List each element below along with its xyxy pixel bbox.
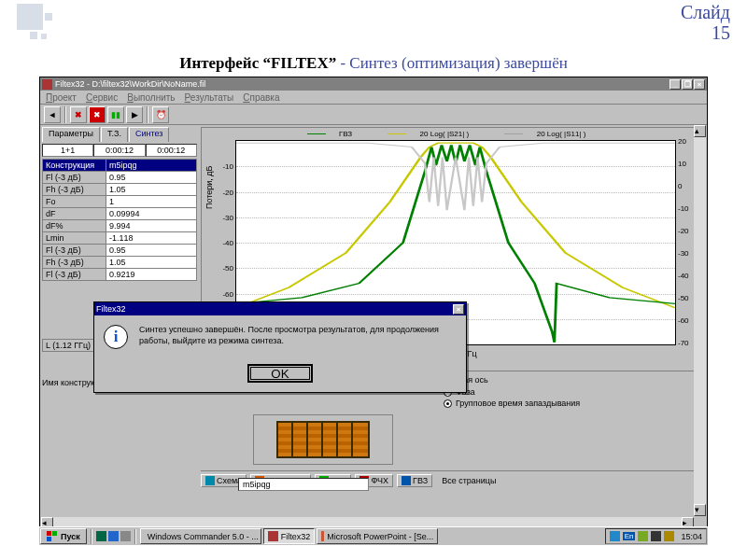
param-val: m5ipqg	[106, 160, 197, 172]
param-val: 0.9219	[106, 269, 197, 281]
tray-icon[interactable]	[610, 531, 620, 541]
table-row[interactable]: Fl (-3 дБ)0.9219	[43, 269, 197, 281]
tray-icon[interactable]	[651, 531, 661, 541]
chart-legend: ГВЗ 20 Log( |S21| ) 20 Log( |S11| )	[202, 128, 702, 140]
param-val: 0.09994	[106, 208, 197, 220]
param-val: 0.95	[106, 245, 197, 257]
param-key: dF%	[43, 220, 106, 232]
system-tray: En 15:04	[605, 528, 707, 544]
info-dialog: Filtex32 × Синтез успешно завершён. Посл…	[93, 301, 467, 393]
svg-rect-1	[52, 531, 57, 536]
scrollbar-vertical[interactable]: ▴ ▾	[694, 125, 706, 516]
language-indicator[interactable]: En	[623, 532, 636, 540]
param-val: 1.05	[106, 184, 197, 196]
chart-ylabel-left: Потери, дБ	[204, 166, 214, 210]
start-button[interactable]: Пуск	[40, 528, 87, 544]
ok-button[interactable]: OK	[247, 364, 313, 383]
slide-number: Слайд15	[681, 2, 730, 43]
param-val: 0.95	[106, 172, 197, 184]
table-row[interactable]: Конструкцияm5ipqg	[43, 160, 197, 172]
svg-rect-0	[47, 531, 51, 536]
table-row[interactable]: Fh (-3 дБ)1.05	[43, 257, 197, 269]
axis-options-header: Правая ось	[444, 375, 696, 385]
menu-project[interactable]: Проект	[46, 92, 77, 103]
tool-pause-icon[interactable]: ▮▮	[107, 106, 124, 123]
counter-time-1: 0:00:12	[93, 144, 145, 157]
clock[interactable]: 15:04	[681, 532, 702, 541]
table-row[interactable]: Fl (-3 дБ)0.95	[43, 172, 197, 184]
menu-help[interactable]: Справка	[243, 92, 279, 103]
radio-phase[interactable]: Фаза	[444, 386, 696, 398]
param-val: 9.994	[106, 220, 197, 232]
menu-results[interactable]: Результаты	[185, 92, 234, 103]
axis-options: Правая ось Фаза Групповое время запаздыв…	[444, 375, 696, 409]
tool-stop-icon[interactable]: ✖	[70, 106, 87, 123]
dialog-close-button[interactable]: ×	[453, 304, 464, 315]
menu-service[interactable]: Сервис	[86, 92, 118, 103]
quicklaunch-icon[interactable]	[108, 531, 119, 541]
task-wincommander[interactable]: Windows Commander 5.0 - ...	[140, 528, 261, 544]
maximize-button[interactable]: ❐	[682, 79, 693, 90]
tool-back-icon[interactable]: ◄	[44, 106, 61, 123]
table-row[interactable]: Fl (-3 дБ)0.95	[43, 245, 197, 257]
param-key: Fh (-3 дБ)	[43, 257, 106, 269]
tab-synthesis[interactable]: Синтез	[129, 127, 169, 142]
tray-icon[interactable]	[664, 531, 674, 541]
param-key: Конструкция	[43, 160, 106, 172]
parameters-table: Конструкцияm5ipqgFl (-3 дБ)0.95Fh (-3 дБ…	[42, 159, 197, 281]
construction-name-field[interactable]: m5ipqg	[238, 478, 369, 491]
slide-title: Интерфейс “FILTEX” - Синтез (оптимизация…	[0, 54, 747, 73]
table-row[interactable]: dF0.09994	[43, 208, 197, 220]
window-title: Filtex32 - D:\filtex32\WorkDir\NoName.fi…	[55, 79, 669, 89]
status-name-bar: m5ipqg	[42, 477, 703, 492]
tray-icon[interactable]	[638, 531, 648, 541]
tool-record-icon[interactable]: ✖	[89, 106, 106, 123]
tool-play-icon[interactable]: ▶	[126, 106, 143, 123]
menu-bar: Проект Сервис Выполнить Результаты Справ…	[40, 91, 707, 105]
param-val: 1.05	[106, 257, 197, 269]
taskbar: Пуск Windows Commander 5.0 - ... Filtex3…	[39, 526, 708, 545]
param-key: Lmin	[43, 232, 106, 245]
dialog-text: Синтез успешно завершён. После просмотра…	[139, 325, 457, 346]
table-row[interactable]: dF%9.994	[43, 220, 197, 232]
menu-run[interactable]: Выполнить	[127, 92, 175, 103]
counter-time-2: 0:00:12	[146, 144, 197, 157]
scroll-down-icon[interactable]: ▾	[694, 504, 706, 516]
dialog-titlebar[interactable]: Filtex32 ×	[94, 302, 466, 315]
table-row[interactable]: Fo1	[43, 196, 197, 208]
param-key: Fl (-3 дБ)	[43, 269, 106, 281]
param-key: Fl (-3 дБ)	[43, 172, 106, 184]
close-button[interactable]: ×	[694, 79, 705, 90]
topology-schematic	[253, 414, 393, 465]
scroll-up-icon[interactable]: ▴	[694, 125, 706, 137]
param-val: -1.118	[106, 232, 197, 245]
tab-tz[interactable]: Т.З.	[101, 127, 128, 142]
toolbar: ◄ ✖ ✖ ▮▮ ▶ ⏰	[40, 105, 707, 125]
radio-group-delay[interactable]: Групповое время запаздывания	[444, 398, 696, 409]
task-powerpoint[interactable]: Microsoft PowerPoint - [Se...	[317, 528, 438, 544]
tool-clock-icon[interactable]: ⏰	[152, 106, 169, 123]
quicklaunch-icon[interactable]	[120, 531, 131, 541]
svg-rect-2	[47, 537, 51, 541]
param-key: Fh (-3 дБ)	[43, 184, 106, 196]
info-icon	[104, 325, 128, 349]
counters-row: 1+1 0:00:12 0:00:12	[42, 144, 197, 157]
dialog-title: Filtex32	[96, 304, 453, 314]
tab-params[interactable]: Параметры	[42, 127, 100, 142]
task-filtex[interactable]: Filtex32	[263, 528, 316, 544]
minimize-button[interactable]: _	[669, 79, 681, 90]
quicklaunch-icon[interactable]	[96, 531, 106, 541]
window-titlebar[interactable]: Filtex32 - D:\filtex32\WorkDir\NoName.fi…	[40, 77, 707, 91]
param-val: 1	[106, 196, 197, 208]
table-row[interactable]: Lmin-1.118	[43, 232, 197, 245]
table-row[interactable]: Fh (-3 дБ)1.05	[43, 184, 197, 196]
param-key: dF	[43, 208, 106, 220]
windows-logo-icon	[47, 531, 58, 542]
left-tabs: Параметры Т.З. Синтез	[42, 127, 197, 142]
app-icon	[42, 79, 52, 90]
param-key: Fo	[43, 196, 106, 208]
counter-iterations: 1+1	[42, 144, 93, 157]
param-key: Fl (-3 дБ)	[43, 245, 106, 257]
